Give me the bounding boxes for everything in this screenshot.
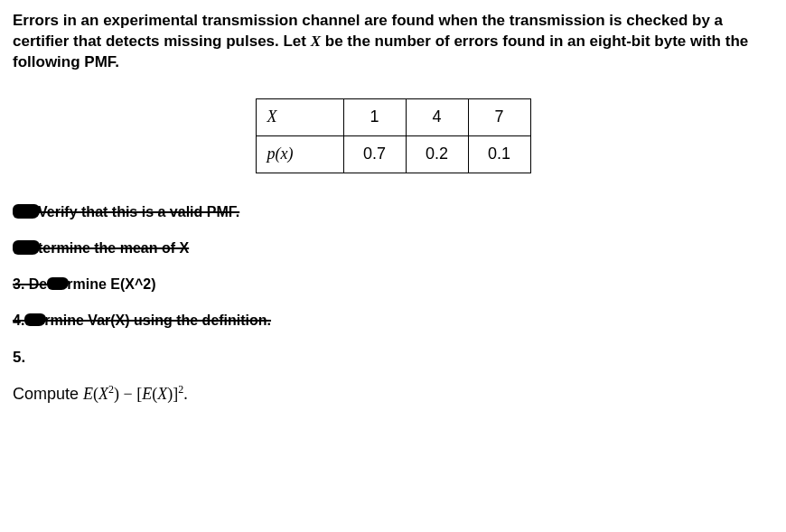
redaction-mark-icon xyxy=(13,204,40,219)
cell-px-1: 0.7 xyxy=(343,135,406,173)
table-row: p(x) 0.7 0.2 0.1 xyxy=(256,135,530,173)
cell-px-7: 0.1 xyxy=(468,135,530,173)
item-5-compute: Compute E(X2) − [E(X)]2. xyxy=(13,383,773,404)
cell-x-label: X xyxy=(256,98,343,135)
table-row: X 1 4 7 xyxy=(256,98,530,135)
pmf-table: X 1 4 7 p(x) 0.7 0.2 0.1 xyxy=(256,98,531,173)
expr-period: . xyxy=(183,385,188,403)
cell-x-7: 7 xyxy=(468,98,530,135)
expr-X1: X xyxy=(98,385,108,403)
intro-variable-x: X xyxy=(311,33,321,50)
expr-minus: − [ xyxy=(119,385,142,403)
problem-intro: Errors in an experimental transmission c… xyxy=(13,11,773,73)
item-2: termine the mean of X xyxy=(13,240,773,257)
question-list: Verify that this is a valid PMF. termine… xyxy=(13,204,773,404)
item-1: Verify that this is a valid PMF. xyxy=(13,204,773,220)
item-4-text: rmine Var(X) using the definition. xyxy=(44,313,271,328)
cell-x-4: 4 xyxy=(406,98,468,135)
item-5-label: 5. xyxy=(13,349,773,367)
item-4-prefix: 4. xyxy=(13,313,24,328)
item-4: 4.rmine Var(X) using the definition. xyxy=(13,313,773,329)
cell-px-4: 0.2 xyxy=(406,135,468,173)
expr-E1: E xyxy=(83,385,93,403)
cell-px-label: p(x) xyxy=(256,135,343,173)
expr-sq1: 2 xyxy=(108,383,114,396)
expr-X2: X xyxy=(157,385,167,403)
redaction-mark-icon xyxy=(24,313,46,326)
item-3-prefix-struck: 3. De xyxy=(13,276,47,292)
cell-x-1: 1 xyxy=(343,98,406,135)
item-1-text: Verify that this is a valid PMF. xyxy=(38,204,239,219)
item-3-text: rmine E(X^2) xyxy=(67,276,155,292)
item-3: 3. Dermine E(X^2) xyxy=(13,276,773,293)
compute-word: Compute xyxy=(13,385,83,403)
expr-E2: E xyxy=(142,385,152,403)
redaction-mark-icon xyxy=(13,240,40,255)
item-2-text: termine the mean of X xyxy=(38,240,189,256)
expr-close: )] xyxy=(167,385,178,403)
redaction-mark-icon xyxy=(47,277,69,290)
